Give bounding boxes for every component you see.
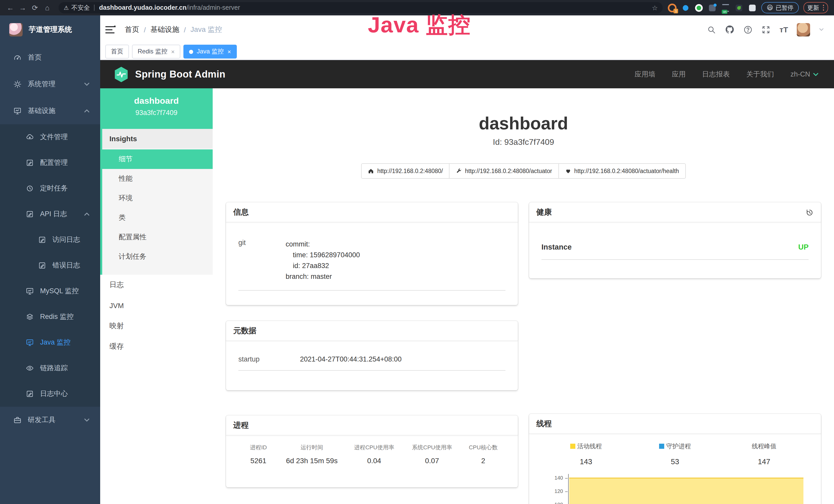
github-icon[interactable] <box>725 25 735 35</box>
edit-icon <box>26 210 34 218</box>
security-label[interactable]: 不安全 <box>71 3 90 12</box>
legend-item[interactable]: 守护进程 53 <box>631 441 720 466</box>
clock-icon <box>26 184 34 192</box>
sba-brand[interactable]: Spring Boot Admin <box>135 69 225 80</box>
info-card: 信息 git commit: time: 1596289704000 id: 2… <box>226 202 518 305</box>
chevron-down-icon <box>813 72 819 76</box>
avatar[interactable] <box>797 23 810 36</box>
y-axis-tick: 120 <box>545 488 563 494</box>
app-logo-row[interactable]: 芋道管理系统 <box>0 16 100 44</box>
sidebar-item-mysql[interactable]: MySQL 监控 <box>0 278 100 304</box>
nav-journal[interactable]: 日志报表 <box>702 70 730 79</box>
actuator-url-link[interactable]: http://192.168.0.2:48080/actuator <box>449 163 559 179</box>
update-button[interactable]: 更新 <box>803 2 828 13</box>
sidebar-item-jobs[interactable]: 定时任务 <box>0 176 100 201</box>
forward-icon[interactable]: → <box>17 4 29 12</box>
threads-chart: 140 120 100 <box>545 474 804 504</box>
service-url-link[interactable]: http://192.168.0.2:48080/ <box>361 163 450 179</box>
sidebar-item-tracing[interactable]: 链路追踪 <box>0 356 100 381</box>
home-icon[interactable]: ⌂ <box>41 4 53 12</box>
tab-java[interactable]: Java 监控 × <box>183 45 237 59</box>
search-icon[interactable] <box>707 25 716 34</box>
home-icon <box>368 168 374 174</box>
paused-badge[interactable]: 😃 已暂停 <box>762 2 798 13</box>
cloud-upload-icon <box>26 133 34 141</box>
y-axis-tick: 140 <box>545 475 563 481</box>
extension-icon[interactable] <box>735 3 744 12</box>
chevron-up-icon <box>84 212 90 216</box>
sidebar-item-home[interactable]: 首页 <box>0 44 100 71</box>
chevron-down-icon[interactable] <box>819 28 824 31</box>
address-bar[interactable]: ⚠ 不安全 dashboard.yudao.iocoder.cn/infra/a… <box>59 2 663 13</box>
sidebar-item-api-log[interactable]: API 日志 <box>0 201 100 227</box>
sidebar-item-log-center[interactable]: 日志中心 <box>0 381 100 407</box>
reload-icon[interactable]: ⟳ <box>29 4 41 12</box>
nav-wallboard[interactable]: 应用墙 <box>634 70 655 79</box>
close-icon[interactable]: × <box>171 48 175 55</box>
history-icon[interactable] <box>806 207 814 217</box>
edit-icon <box>38 236 46 244</box>
nav-about[interactable]: 关于我们 <box>746 70 774 79</box>
sidebar-item-access-log[interactable]: 访问日志 <box>0 227 100 253</box>
extension-icon[interactable] <box>681 3 690 12</box>
menu-kebab-icon[interactable] <box>823 5 824 11</box>
menu-item-metrics[interactable]: 性能 <box>102 169 213 188</box>
menu-item-mappings[interactable]: 映射 <box>100 316 213 336</box>
sidebar-item-config[interactable]: 配置管理 <box>0 150 100 176</box>
infra-submenu: 文件管理 配置管理 定时任务 API 日志 <box>0 124 100 407</box>
sidebar-item-redis[interactable]: Redis 监控 <box>0 304 100 330</box>
url-path: /infra/admin-server <box>186 4 240 11</box>
puzzle-icon[interactable] <box>748 3 757 12</box>
screen: ← → ⟳ ⌂ ⚠ 不安全 dashboard.yudao.iocoder.cn… <box>0 0 834 504</box>
nav-applications[interactable]: 应用 <box>672 70 685 79</box>
menu-item-configprops[interactable]: 配置属性 <box>102 228 213 247</box>
legend-swatch-blue <box>659 444 664 449</box>
sba-sidebar: dashboard 93a3fc7f7409 Insights 细节 性能 环境… <box>100 88 213 504</box>
extension-icon[interactable] <box>695 3 704 12</box>
sba-nav: 应用墙 应用 日志报表 关于我们 zh-CN <box>634 70 819 79</box>
sidebar-item-files[interactable]: 文件管理 <box>0 124 100 150</box>
instance-header[interactable]: dashboard 93a3fc7f7409 <box>100 88 213 129</box>
sidebar-item-infra[interactable]: 基础设施 <box>0 97 100 124</box>
menu-item-caches[interactable]: 缓存 <box>100 336 213 357</box>
sidebar-item-devtools[interactable]: 研发工具 <box>0 407 100 433</box>
menu-item-jvm[interactable]: JVM <box>100 295 213 316</box>
help-icon[interactable] <box>744 25 753 34</box>
font-size-icon[interactable]: ᴛT <box>780 25 788 34</box>
gear-icon <box>13 80 22 88</box>
bookmark-star-icon[interactable]: ☆ <box>652 4 658 12</box>
eye-icon <box>26 364 34 372</box>
menu-item-scheduled-tasks[interactable]: 计划任务 <box>102 247 213 267</box>
menu-item-details[interactable]: 细节 <box>102 150 213 169</box>
health-url-link[interactable]: http://192.168.0.2:48080/actuator/health <box>558 163 685 179</box>
extension-icon[interactable] <box>708 3 717 12</box>
url-host: dashboard.yudao.iocoder.cn <box>99 4 186 11</box>
close-icon[interactable]: × <box>227 48 231 55</box>
legend-item[interactable]: 线程峰值 147 <box>720 441 809 466</box>
back-icon[interactable]: ← <box>4 4 17 12</box>
menu-item-classes[interactable]: 类 <box>102 208 213 228</box>
tab-redis[interactable]: Redis 监控 × <box>132 45 180 59</box>
extension-icon[interactable]: 1 <box>668 3 677 12</box>
health-key: Instance <box>542 243 572 251</box>
breadcrumb-current: Java 监控 <box>191 25 222 34</box>
sidebar-item-error-log[interactable]: 错误日志 <box>0 253 100 278</box>
locale-select[interactable]: zh-CN <box>790 70 819 78</box>
extension-badge: 1 <box>674 8 678 13</box>
sba-logo-icon <box>113 66 129 83</box>
collapse-menu-icon[interactable] <box>105 25 115 33</box>
instance-name: dashboard <box>100 96 213 106</box>
instance-id: 93a3fc7f7409 <box>100 109 213 117</box>
extension-icon[interactable]: on <box>722 3 730 12</box>
breadcrumb: 首页 / 基础设施 / Java 监控 <box>125 25 222 34</box>
breadcrumb-home[interactable]: 首页 <box>125 25 139 34</box>
sidebar-item-java[interactable]: Java 监控 <box>0 330 100 356</box>
legend-item[interactable]: 活动线程 143 <box>542 441 631 466</box>
tab-home[interactable]: 首页 <box>105 45 129 59</box>
breadcrumb-infra[interactable]: 基础设施 <box>151 25 179 34</box>
menu-item-logs[interactable]: 日志 <box>100 275 213 295</box>
process-values-row: 5261 6d 23h 15m 59s 0.04 0.07 2 <box>238 457 505 465</box>
sidebar-item-system[interactable]: 系统管理 <box>0 71 100 97</box>
menu-item-env[interactable]: 环境 <box>102 188 213 208</box>
fullscreen-icon[interactable] <box>762 25 771 34</box>
